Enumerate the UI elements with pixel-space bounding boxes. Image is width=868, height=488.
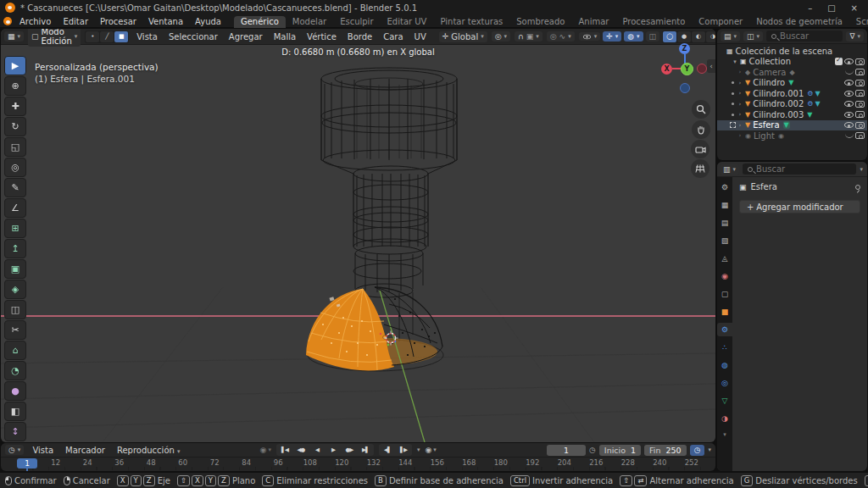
- keying-set-button[interactable]: ◉: [425, 446, 431, 454]
- shading-solid-button[interactable]: ●: [677, 31, 691, 42]
- disable-render-icon[interactable]: [855, 132, 865, 139]
- maximize-button[interactable]: □: [827, 3, 835, 13]
- disable-render-icon[interactable]: [855, 80, 865, 86]
- orthographic-toggle-button[interactable]: [691, 159, 709, 178]
- disable-render-icon[interactable]: [855, 90, 865, 97]
- workspace-tab-nodos-geometria[interactable]: Nodos de geometría: [749, 16, 849, 28]
- playback-menu[interactable]: Reproducción ▾: [114, 446, 184, 455]
- tab-object[interactable]: ■: [717, 305, 732, 319]
- tab-object-data[interactable]: ▽: [717, 394, 732, 408]
- blender-menu-icon[interactable]: [3, 17, 12, 25]
- tab-modifiers[interactable]: ⚙: [717, 323, 732, 336]
- current-frame-field[interactable]: 1: [547, 445, 586, 456]
- tool-add-cube[interactable]: ⊞: [4, 219, 26, 238]
- expander-icon[interactable]: ›: [737, 90, 743, 97]
- workspace-tab-componer[interactable]: Componer: [692, 16, 749, 28]
- tab-world[interactable]: ◉: [717, 269, 732, 283]
- frame-end-field[interactable]: Fin 250: [644, 445, 687, 456]
- tab-physics[interactable]: ◍: [717, 358, 732, 372]
- row-cilindro-001[interactable]: ›▼ Cilindro.001 ⚙▼: [717, 88, 867, 99]
- disable-render-icon[interactable]: [855, 122, 865, 129]
- expander-icon[interactable]: ›: [737, 69, 743, 75]
- tool-knife[interactable]: ✂: [4, 320, 26, 340]
- expander-icon[interactable]: ›: [737, 111, 743, 118]
- workspace-tab-scripts[interactable]: Scripts: [849, 16, 868, 28]
- viewport-menu-item[interactable]: Agregar: [225, 32, 266, 42]
- disable-render-icon[interactable]: [855, 69, 865, 75]
- pan-button[interactable]: [692, 120, 710, 139]
- viewport-menu-item[interactable]: Seleccionar: [165, 32, 221, 42]
- hide-viewport-icon[interactable]: [844, 122, 854, 128]
- tool-move[interactable]: ✚: [4, 97, 26, 116]
- tab-scene[interactable]: ◬: [717, 252, 732, 265]
- viewport-menu-item[interactable]: Cara: [380, 32, 406, 42]
- gizmo-x-axis[interactable]: X: [661, 64, 672, 75]
- disable-render-icon[interactable]: [855, 58, 865, 65]
- viewport-canvas[interactable]: [1, 45, 715, 442]
- editor-type-button[interactable]: ▦ ▾: [4, 31, 24, 42]
- tool-annotate[interactable]: ✎: [4, 178, 26, 197]
- tool-scale[interactable]: ◱: [4, 137, 26, 157]
- transform-orientation-selector[interactable]: ✛ Global ▾: [439, 31, 487, 42]
- hide-viewport-icon[interactable]: [844, 91, 854, 97]
- proportional-editing-toggle[interactable]: ◎ ∿ ▾: [547, 31, 575, 42]
- filter-button[interactable]: ∇ ▾: [846, 31, 864, 42]
- more-tabs-icon[interactable]: ▾: [723, 431, 726, 438]
- object-type-visibility-button[interactable]: ▾: [579, 32, 601, 41]
- tool-smooth[interactable]: ●: [4, 381, 26, 401]
- workspace-tab-pintar-texturas[interactable]: Pintar texturas: [433, 16, 509, 28]
- editor-type-button[interactable]: ▥ ▾: [720, 164, 739, 175]
- frame-forward-button[interactable]: ▌▶: [396, 445, 411, 455]
- viewport-menu-item[interactable]: Vértice: [303, 32, 340, 42]
- tool-spin[interactable]: ◔: [4, 361, 26, 380]
- next-keyframe-button[interactable]: ●▶: [342, 445, 357, 455]
- jump-to-start-button[interactable]: ▌◀: [277, 445, 292, 455]
- hide-viewport-icon[interactable]: [845, 134, 854, 138]
- tab-material[interactable]: ◑: [717, 412, 732, 425]
- tab-collection[interactable]: ▢: [717, 287, 732, 301]
- tool-poly-build[interactable]: ⌂: [4, 341, 26, 360]
- hide-viewport-icon[interactable]: [844, 80, 854, 86]
- row-collection[interactable]: ▾▣ Collection: [717, 57, 867, 68]
- viewport-menu-item[interactable]: Vista: [133, 32, 161, 42]
- frame-back-button[interactable]: ◀▌: [380, 445, 395, 455]
- tab-constraints[interactable]: ◎: [717, 376, 732, 390]
- expander-icon[interactable]: ›: [737, 101, 743, 108]
- show-gizmo-button[interactable]: ✛ ▾: [603, 31, 621, 42]
- tool-select-box[interactable]: ▶: [4, 56, 26, 75]
- snap-toggle[interactable]: ∩ ▣ ▾: [515, 31, 542, 42]
- hide-viewport-icon[interactable]: [844, 101, 854, 107]
- play-button[interactable]: ▶: [326, 445, 341, 455]
- select-mode-vertex[interactable]: •: [86, 31, 99, 42]
- disable-render-icon[interactable]: [855, 101, 865, 108]
- tool-transform[interactable]: ◎: [4, 158, 26, 177]
- disable-render-icon[interactable]: [855, 111, 865, 118]
- tool-extrude-region[interactable]: ↥: [4, 239, 26, 258]
- row-cilindro-002[interactable]: ›▼ Cilindro.002 ⚙▼: [717, 99, 867, 110]
- tab-output[interactable]: ▤: [717, 216, 732, 230]
- tab-particles[interactable]: ∴: [717, 341, 732, 354]
- row-camera[interactable]: ›◆ Camera ◆: [717, 67, 867, 78]
- select-mode-face[interactable]: ■: [114, 31, 128, 42]
- timeline-menu-item[interactable]: Marcador: [62, 446, 108, 455]
- close-button[interactable]: ×: [851, 3, 858, 13]
- tool-rotate[interactable]: ↻: [4, 117, 26, 136]
- expander-icon[interactable]: ›: [737, 132, 743, 139]
- chevron-down-icon[interactable]: ▾: [860, 166, 863, 173]
- workspace-tab-animar[interactable]: Animar: [571, 16, 615, 28]
- shading-rendered-button[interactable]: ◑: [706, 31, 715, 42]
- timeline-ruler[interactable]: 1224364860728496108120132144156168180192…: [1, 458, 715, 470]
- camera-view-button[interactable]: [691, 140, 709, 158]
- outliner-search[interactable]: Buscar: [766, 30, 843, 42]
- properties-search[interactable]: Buscar: [743, 164, 856, 175]
- workspace-tab-procesamiento[interactable]: Procesamiento: [615, 16, 692, 28]
- tool-bevel[interactable]: ◈: [4, 280, 26, 299]
- tab-tool[interactable]: ⚙: [717, 180, 732, 194]
- gizmo-y-axis[interactable]: Y: [681, 63, 693, 75]
- minimize-button[interactable]: –: [808, 3, 812, 13]
- xray-toggle[interactable]: ◫: [646, 31, 660, 42]
- gizmo-z-neg-axis[interactable]: [680, 83, 690, 93]
- workspace-tab-modelar[interactable]: Modelar: [286, 16, 333, 28]
- tool-shrink-fatten[interactable]: ↕: [4, 422, 26, 441]
- add-modifier-button[interactable]: + Agregar modificador: [739, 200, 860, 214]
